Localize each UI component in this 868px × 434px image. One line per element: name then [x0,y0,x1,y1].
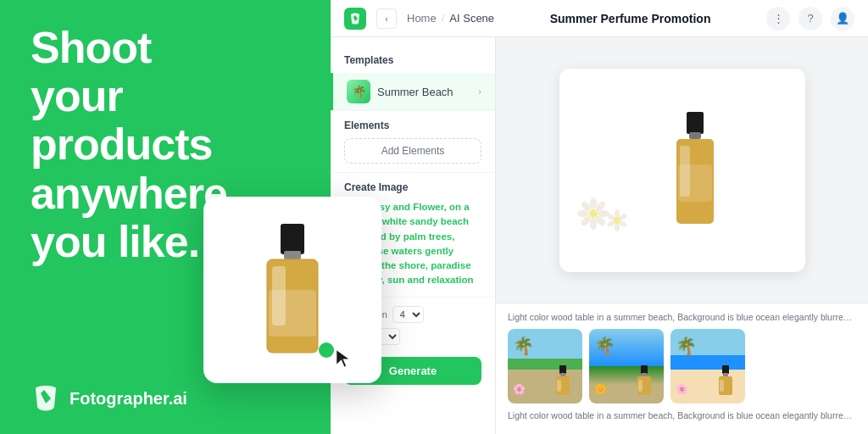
svg-rect-30 [557,380,561,392]
template-thumb: 🌴 [347,80,370,103]
count-select[interactable]: 4 [392,306,424,323]
svg-point-10 [590,218,597,230]
add-elements-button[interactable]: Add Elements [344,138,481,164]
svg-rect-23 [689,132,701,139]
result-thumb-inner-3: 🌴 🌸 [670,329,745,403]
brand-name: Fotographer.ai [70,389,187,409]
back-button[interactable]: ‹ [376,8,397,29]
flower-icon-1: 🌸 [513,383,526,395]
dots-menu-button[interactable]: ⋮ [766,7,790,31]
result-thumb-inner-2: 🌴 🌼 [589,329,664,403]
results-caption-2: Light color wood table in a summer beach… [508,410,856,420]
svg-rect-36 [723,373,728,376]
template-item-summer-beach[interactable]: 🌴 Summer Beach › [331,73,495,110]
canvas-main [496,37,868,303]
app-panel: ‹ Home / AI Scene Summer Perfume Promoti… [331,0,868,434]
breadcrumb-sep: / [442,12,445,25]
elements-section: Elements Add Elements [331,110,495,172]
top-bar: ‹ Home / AI Scene Summer Perfume Promoti… [331,0,868,37]
templates-section-title: Templates [331,49,495,73]
svg-rect-26 [678,164,712,202]
flower-icon-3: 🌸 [676,383,688,395]
brand-area: Fotographer.ai [31,383,300,414]
elements-section-title: Elements [344,120,481,138]
result-thumb-1[interactable]: 🌴 🌸 [508,329,582,403]
top-bar-actions: ⋮ ? 👤 [766,7,854,31]
page-title: Summer Perfume Promotion [504,12,756,25]
result-thumb-2[interactable]: 🌴 🌼 [589,329,664,403]
svg-rect-35 [722,365,729,374]
canvas-perfume-bottle [661,107,729,234]
fotographer-app-icon [344,8,366,30]
svg-point-18 [615,223,620,231]
svg-rect-34 [638,380,643,392]
mini-perfume-2 [635,364,654,397]
palm-icon-2: 🌴 [594,336,615,356]
breadcrumb-current: AI Scene [449,12,494,25]
main-content: Templates 🌴 Summer Beach › Elements Add … [331,37,868,434]
svg-rect-28 [560,373,565,376]
breadcrumb: Home / AI Scene [407,12,494,25]
svg-rect-1 [284,251,301,259]
hero-line2: your products [31,72,300,169]
svg-rect-22 [687,112,704,134]
hero-line1: Shoot [31,24,300,72]
svg-point-6 [590,198,597,209]
brand-logo-icon [31,383,61,414]
palm-icon-3: 🌴 [676,336,697,356]
template-item-left: 🌴 Summer Beach [347,80,453,103]
svg-point-21 [614,217,620,224]
help-button[interactable]: ? [798,7,822,31]
mini-perfume-1 [554,364,572,397]
results-caption: Light color wood table in a summer beach… [508,312,856,322]
user-button[interactable]: 👤 [831,7,854,31]
svg-rect-31 [641,365,648,374]
svg-rect-32 [642,373,647,376]
cursor-icon [332,348,356,371]
palm-icon-1: 🌴 [513,336,534,356]
chevron-right-icon: › [478,86,481,97]
svg-rect-0 [281,224,304,254]
mini-perfume-3 [716,364,735,397]
svg-rect-38 [720,380,724,392]
canvas-frame [559,69,805,272]
results-grid: 🌴 🌸 🌴 [508,329,856,403]
svg-point-15 [615,209,620,218]
results-area: Light color wood table in a summer beach… [496,303,868,434]
template-item-label: Summer Beach [377,86,453,98]
svg-point-12 [577,210,589,217]
result-thumb-inner-1: 🌴 🌸 [508,329,582,403]
svg-rect-27 [559,365,566,374]
result-thumb-3[interactable]: 🌴 🌸 [670,329,745,403]
canvas-area: Light color wood table in a summer beach… [496,37,868,434]
svg-point-14 [589,209,598,218]
breadcrumb-home[interactable]: Home [407,12,437,25]
left-panel: Shoot your products anywhere you like. [0,0,331,434]
svg-rect-4 [269,290,316,337]
floating-card [203,197,381,383]
canvas-daisy-decoration [576,188,644,247]
flower-icon-2: 🌼 [594,383,607,395]
